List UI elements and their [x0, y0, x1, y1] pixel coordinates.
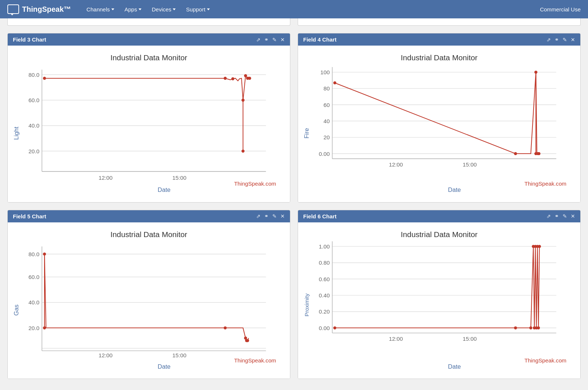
nav-apps-label: Apps [125, 6, 137, 12]
field5-external-icon[interactable]: ⇗ [256, 213, 261, 219]
svg-point-44 [514, 152, 517, 155]
svg-text:15:00: 15:00 [172, 352, 186, 358]
logo[interactable]: ThingSpeak™ [7, 4, 71, 14]
field6-widget: Field 6 Chart ⇗ ⚭ ✎ ✕ Industrial Data Mo… [298, 210, 581, 379]
field6-close-icon[interactable]: ✕ [571, 213, 575, 219]
svg-text:Industrial Data Monitor: Industrial Data Monitor [401, 53, 478, 62]
svg-point-93 [333, 326, 336, 329]
main-content: Field 3 Chart ⇗ ⚭ ✎ ✕ Industrial Data Mo… [0, 18, 588, 386]
field5-edit-icon[interactable]: ✎ [272, 213, 277, 219]
field3-close-icon[interactable]: ✕ [280, 37, 285, 43]
field3-body: Industrial Data Monitor Light Date Thing… [8, 46, 290, 202]
nav-devices-label: Devices [152, 6, 171, 12]
field3-title: Field 3 Chart [13, 36, 46, 43]
partial-card-left [7, 18, 290, 26]
svg-text:60.0: 60.0 [29, 274, 40, 280]
svg-text:0.20: 0.20 [319, 308, 330, 315]
field6-chart: Industrial Data Monitor Proximity Date T… [302, 226, 577, 374]
channels-caret-icon [111, 8, 114, 10]
nav-item-apps[interactable]: Apps [120, 3, 146, 15]
field6-edit-icon[interactable]: ✎ [563, 213, 567, 219]
field6-comment-icon[interactable]: ⚭ [555, 213, 559, 219]
field6-title: Field 6 Chart [303, 213, 337, 219]
svg-text:ThingSpeak.com: ThingSpeak.com [524, 357, 566, 364]
field3-edit-icon[interactable]: ✎ [272, 37, 277, 43]
field3-widget: Field 3 Chart ⇗ ⚭ ✎ ✕ Industrial Data Mo… [7, 33, 290, 203]
field3-header: Field 3 Chart ⇗ ⚭ ✎ ✕ [8, 33, 290, 46]
field5-widget: Field 5 Chart ⇗ ⚭ ✎ ✕ Industrial Data Mo… [7, 210, 290, 379]
svg-text:20.0: 20.0 [29, 148, 40, 154]
field5-close-icon[interactable]: ✕ [280, 213, 285, 219]
svg-text:0.00: 0.00 [319, 151, 330, 157]
field5-chart: Industrial Data Monitor Gas Date ThingSp… [11, 226, 286, 374]
nav-channels-label: Channels [86, 6, 110, 12]
nav-item-devices[interactable]: Devices [147, 3, 180, 15]
field4-close-icon[interactable]: ✕ [571, 37, 575, 43]
field4-edit-icon[interactable]: ✎ [563, 37, 567, 43]
field6-controls: ⇗ ⚭ ✎ ✕ [546, 213, 575, 219]
logo-text: ThingSpeak™ [22, 5, 71, 14]
field4-header: Field 4 Chart ⇗ ⚭ ✎ ✕ [298, 33, 580, 46]
svg-text:60: 60 [323, 102, 330, 108]
svg-text:15:00: 15:00 [463, 335, 477, 341]
svg-point-68 [43, 326, 46, 329]
support-caret-icon [207, 8, 210, 10]
field4-body: Industrial Data Monitor Fire Date ThingS… [298, 46, 580, 202]
field5-controls: ⇗ ⚭ ✎ ✕ [256, 213, 285, 219]
field4-controls: ⇗ ⚭ ✎ ✕ [546, 37, 575, 43]
svg-text:0.80: 0.80 [319, 260, 330, 266]
svg-text:Industrial Data Monitor: Industrial Data Monitor [111, 230, 187, 239]
svg-text:40.0: 40.0 [29, 122, 40, 129]
field3-comment-icon[interactable]: ⚭ [264, 37, 269, 43]
svg-text:0.60: 0.60 [319, 276, 330, 282]
field5-body: Industrial Data Monitor Gas Date ThingSp… [8, 222, 290, 379]
svg-point-94 [514, 326, 517, 329]
svg-text:ThingSpeak.com: ThingSpeak.com [524, 180, 566, 187]
commercial-use-link[interactable]: Commercial Use [540, 6, 581, 12]
svg-point-72 [246, 339, 249, 342]
svg-text:20: 20 [323, 134, 330, 140]
field3-external-icon[interactable]: ⇗ [256, 37, 261, 43]
field5-title: Field 5 Chart [13, 213, 46, 219]
svg-text:Date: Date [158, 363, 171, 370]
partial-top-row [7, 18, 581, 26]
svg-text:80: 80 [323, 85, 330, 92]
field3-controls: ⇗ ⚭ ✎ ✕ [256, 37, 285, 43]
svg-text:15:00: 15:00 [172, 175, 186, 181]
field6-body: Industrial Data Monitor Proximity Date T… [298, 222, 580, 379]
logo-icon [7, 4, 19, 14]
svg-point-45 [534, 71, 537, 74]
svg-text:100: 100 [320, 69, 330, 75]
field4-external-icon[interactable]: ⇗ [546, 37, 551, 43]
svg-text:80.0: 80.0 [29, 251, 40, 257]
field4-title: Field 4 Chart [303, 36, 337, 43]
svg-point-95 [529, 326, 532, 329]
svg-text:12:00: 12:00 [389, 161, 403, 168]
field6-external-icon[interactable]: ⇗ [546, 213, 551, 219]
field3-watermark: ThingSpeak.com [234, 180, 276, 187]
field4-comment-icon[interactable]: ⚭ [555, 37, 559, 43]
nav-item-support[interactable]: Support [182, 3, 214, 15]
svg-point-21 [231, 77, 234, 80]
field4-widget: Field 4 Chart ⇗ ⚭ ✎ ✕ Industrial Data Mo… [298, 33, 581, 203]
svg-text:Fire: Fire [303, 128, 310, 139]
svg-point-43 [333, 81, 336, 84]
svg-text:0.00: 0.00 [319, 325, 330, 331]
field5-comment-icon[interactable]: ⚭ [264, 213, 269, 219]
nav-item-channels[interactable]: Channels [82, 3, 118, 15]
svg-point-17 [241, 150, 244, 153]
svg-text:15:00: 15:00 [463, 161, 477, 168]
partial-card-right [298, 18, 581, 26]
svg-text:60.0: 60.0 [29, 97, 40, 103]
svg-text:1.00: 1.00 [319, 243, 330, 250]
svg-text:0.40: 0.40 [319, 292, 330, 298]
svg-text:40.0: 40.0 [29, 299, 40, 305]
svg-point-101 [537, 326, 540, 329]
svg-text:80.0: 80.0 [29, 72, 40, 78]
svg-point-102 [538, 245, 541, 248]
svg-point-48 [537, 152, 540, 155]
svg-point-15 [224, 77, 227, 80]
field3-chart: Industrial Data Monitor Light Date Thing… [11, 49, 286, 197]
svg-text:20.0: 20.0 [29, 325, 40, 331]
field6-header: Field 6 Chart ⇗ ⚭ ✎ ✕ [298, 210, 580, 222]
